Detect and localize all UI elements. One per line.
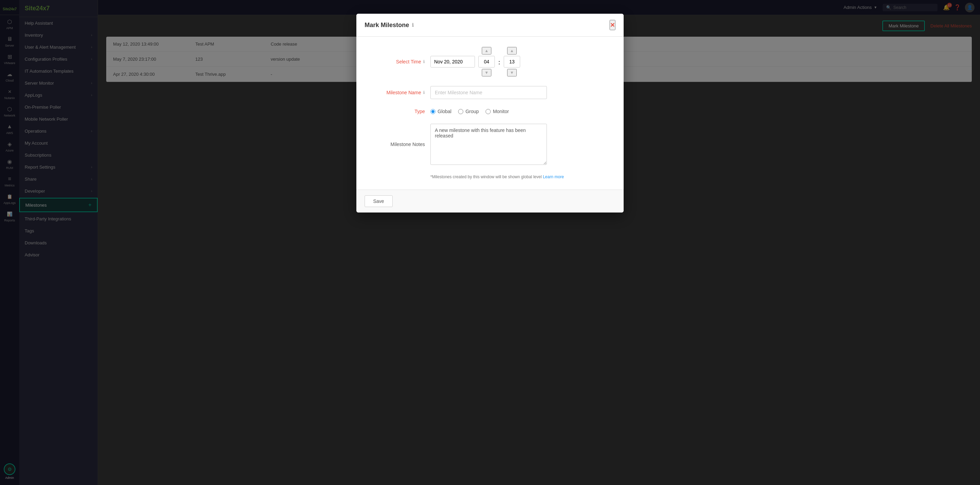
type-radio-group: Global Group Monitor	[430, 108, 509, 114]
select-time-label-text: Select Time	[396, 59, 421, 64]
type-monitor-label: Monitor	[493, 108, 509, 114]
select-time-info-icon: ℹ	[423, 59, 425, 64]
hour-group: ▲ ▼	[478, 47, 495, 77]
minute-group: ▲ ▼	[504, 47, 520, 77]
time-colon: :	[498, 59, 500, 66]
modal-header: Mark Milestone ℹ ×	[356, 14, 624, 37]
date-input[interactable]	[430, 56, 475, 67]
type-label: Type	[370, 108, 425, 114]
type-group-radio[interactable]	[458, 109, 463, 114]
milestone-notes-row: Milestone Notes A new milestone with thi…	[370, 124, 610, 165]
milestone-name-row: Milestone Name ℹ	[370, 86, 610, 99]
select-time-label: Select Time ℹ	[370, 59, 425, 64]
milestone-name-info-icon: ℹ	[423, 90, 425, 95]
modal-overlay[interactable]: Mark Milestone ℹ × Select Time ℹ ▲	[0, 0, 980, 485]
modal-title-text: Mark Milestone	[364, 22, 409, 29]
milestone-name-label: Milestone Name ℹ	[370, 90, 425, 95]
type-global-radio[interactable]	[430, 109, 436, 114]
type-global-option[interactable]: Global	[430, 108, 451, 114]
select-time-row: Select Time ℹ ▲ ▼ : ▲	[370, 47, 610, 77]
modal-footer: Save	[356, 190, 624, 212]
save-button[interactable]: Save	[364, 195, 393, 207]
type-row: Type Global Group Monitor	[370, 108, 610, 114]
minute-down-button[interactable]: ▼	[507, 69, 517, 77]
milestone-notes-label: Milestone Notes	[370, 142, 425, 147]
minute-up-button[interactable]: ▲	[507, 47, 517, 54]
milestone-notes-label-text: Milestone Notes	[391, 142, 425, 147]
milestone-name-label-text: Milestone Name	[387, 90, 421, 95]
type-group-label: Group	[465, 108, 479, 114]
hour-down-button[interactable]: ▼	[482, 69, 492, 77]
type-label-text: Type	[415, 108, 425, 114]
milestone-name-input[interactable]	[430, 86, 547, 99]
type-monitor-radio[interactable]	[485, 109, 491, 114]
footer-note-text: *Milestones created by this window will …	[430, 174, 542, 179]
time-section: ▲ ▼ : ▲ ▼	[430, 47, 520, 77]
mark-milestone-modal: Mark Milestone ℹ × Select Time ℹ ▲	[356, 14, 624, 212]
learn-more-link[interactable]: Learn more	[543, 174, 564, 179]
hour-up-button[interactable]: ▲	[482, 47, 492, 54]
type-monitor-option[interactable]: Monitor	[485, 108, 509, 114]
modal-title: Mark Milestone ℹ	[364, 22, 414, 29]
modal-footer-note: *Milestones created by this window will …	[430, 174, 610, 179]
milestone-notes-textarea[interactable]: A new milestone with this feature has be…	[430, 124, 547, 165]
type-group-option[interactable]: Group	[458, 108, 479, 114]
hour-input[interactable]	[478, 56, 495, 67]
modal-info-icon: ℹ	[412, 22, 414, 28]
minute-input[interactable]	[504, 56, 520, 67]
type-global-label: Global	[438, 108, 451, 114]
modal-body: Select Time ℹ ▲ ▼ : ▲	[356, 37, 624, 190]
modal-close-button[interactable]: ×	[609, 20, 616, 30]
